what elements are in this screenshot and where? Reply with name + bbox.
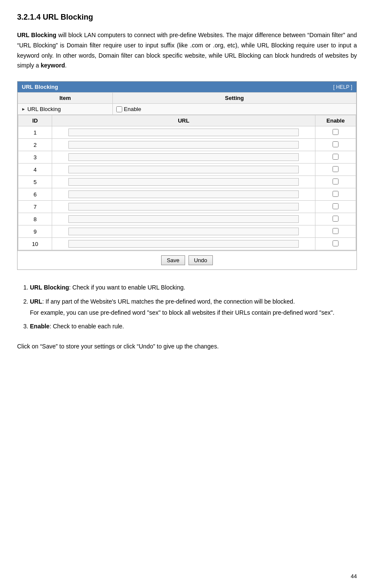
row-enable-cell xyxy=(315,188,356,201)
url-blocking-label-text: URL Blocking xyxy=(27,106,61,112)
row-enable-cell xyxy=(315,139,356,151)
row-id-cell: 8 xyxy=(18,213,52,225)
enable-checkbox-1[interactable] xyxy=(333,129,339,135)
row-id-cell: 4 xyxy=(18,164,52,176)
table-row: 5 xyxy=(18,176,356,188)
row-id-cell: 1 xyxy=(18,126,52,139)
note-item-1: URL Blocking: Check if you want to enabl… xyxy=(30,283,357,292)
url-input-4[interactable] xyxy=(68,166,299,173)
url-input-3[interactable] xyxy=(68,153,299,161)
table-row: 6 xyxy=(18,188,356,201)
help-link[interactable]: [ HELP ] xyxy=(333,84,352,90)
row-enable-cell xyxy=(315,176,356,188)
row-id-cell: 2 xyxy=(18,139,52,151)
save-button[interactable]: Save xyxy=(161,255,185,265)
enable-checkbox-5[interactable] xyxy=(333,178,339,184)
notes-list: URL Blocking: Check if you want to enabl… xyxy=(30,283,357,331)
row-url-cell xyxy=(52,139,315,151)
url-input-7[interactable] xyxy=(68,203,299,211)
row-id-cell: 9 xyxy=(18,225,52,238)
button-row: Save Undo xyxy=(18,251,356,269)
url-blocking-bold: URL Blocking xyxy=(17,32,56,38)
note-3-label: Enable xyxy=(30,323,50,330)
note-item-3: Enable: Check to enable each rule. xyxy=(30,322,357,331)
row-url-cell xyxy=(52,151,315,164)
row-url-cell xyxy=(52,201,315,213)
panel-title: URL Blocking xyxy=(22,84,58,90)
url-input-2[interactable] xyxy=(68,141,299,149)
url-input-5[interactable] xyxy=(68,178,299,186)
url-blocking-enable-label: Enable xyxy=(124,106,141,112)
sub-col-url: URL xyxy=(52,115,315,126)
table-row: 10 xyxy=(18,238,356,250)
sub-table-cell: ID URL Enable 12345678910 xyxy=(18,115,356,251)
note-3-text: : Check to enable each rule. xyxy=(50,323,124,330)
url-input-1[interactable] xyxy=(68,129,299,136)
table-row: 1 xyxy=(18,126,356,139)
row-id-cell: 3 xyxy=(18,151,52,164)
page-title: 3.2.1.4 URL Blocking xyxy=(17,13,357,22)
table-row: 9 xyxy=(18,225,356,238)
row-url-cell xyxy=(52,238,315,250)
undo-button[interactable]: Undo xyxy=(188,255,213,265)
row-enable-cell xyxy=(315,126,356,139)
col-header-setting: Setting xyxy=(112,93,356,104)
panel-header: URL Blocking [ HELP ] xyxy=(18,82,356,92)
row-id-cell: 6 xyxy=(18,188,52,201)
row-enable-cell xyxy=(315,225,356,238)
enable-checkbox-10[interactable] xyxy=(333,240,339,246)
row-id-cell: 10 xyxy=(18,238,52,250)
table-row: 8 xyxy=(18,213,356,225)
row-url-cell xyxy=(52,164,315,176)
sub-table-row: ID URL Enable 12345678910 xyxy=(18,115,356,251)
row-id-cell: 5 xyxy=(18,176,52,188)
enable-checkbox-7[interactable] xyxy=(333,203,339,209)
row-url-cell xyxy=(52,126,315,139)
note-2-text: : If any part of the Website's URL match… xyxy=(42,298,295,305)
row-url-cell xyxy=(52,213,315,225)
url-blocking-row: ► URL Blocking Enable xyxy=(18,104,356,115)
note-2-extra: For example, you can use pre-defined wor… xyxy=(30,308,357,317)
page-number: 44 xyxy=(351,573,357,579)
enable-checkbox-9[interactable] xyxy=(333,228,339,234)
url-blocking-enable-cell: Enable xyxy=(116,106,353,112)
sub-col-enable: Enable xyxy=(315,115,356,126)
url-input-8[interactable] xyxy=(68,215,299,223)
notes-section: URL Blocking: Check if you want to enabl… xyxy=(17,283,357,331)
row-enable-cell xyxy=(315,151,356,164)
table-row: 7 xyxy=(18,201,356,213)
intro-paragraph: URL Blocking will block LAN computers to… xyxy=(17,30,357,71)
url-blocking-item-label: ► URL Blocking xyxy=(21,106,109,112)
url-blocking-panel: URL Blocking [ HELP ] Item Setting ► URL… xyxy=(17,81,357,270)
keyword-bold: keyword xyxy=(41,62,65,69)
url-input-9[interactable] xyxy=(68,228,299,235)
enable-checkbox-3[interactable] xyxy=(333,154,339,160)
url-blocking-setting-cell: Enable xyxy=(112,104,356,115)
footer-note: Click on “Save” to store your settings o… xyxy=(17,342,357,351)
enable-checkbox-4[interactable] xyxy=(333,166,339,172)
row-url-cell xyxy=(52,188,315,201)
note-2-label: URL xyxy=(30,298,42,305)
table-row: 3 xyxy=(18,151,356,164)
note-1-text: : Check if you want to enable URL Blocki… xyxy=(69,284,186,291)
url-entries-table: ID URL Enable 12345678910 xyxy=(18,115,356,250)
url-input-10[interactable] xyxy=(68,240,299,248)
sub-col-id: ID xyxy=(18,115,52,126)
url-blocking-item-cell: ► URL Blocking xyxy=(18,104,113,115)
table-row: 2 xyxy=(18,139,356,151)
row-enable-cell xyxy=(315,238,356,250)
table-row: 4 xyxy=(18,164,356,176)
enable-checkbox-6[interactable] xyxy=(333,191,339,197)
note-item-2: URL: If any part of the Website's URL ma… xyxy=(30,297,357,318)
enable-checkbox-2[interactable] xyxy=(333,141,339,147)
url-input-6[interactable] xyxy=(68,190,299,198)
row-enable-cell xyxy=(315,164,356,176)
url-blocking-enable-checkbox[interactable] xyxy=(116,106,122,112)
row-enable-cell xyxy=(315,201,356,213)
row-url-cell xyxy=(52,176,315,188)
config-table: Item Setting ► URL Blocking Enable xyxy=(18,92,356,251)
arrow-right-icon: ► xyxy=(21,107,26,111)
row-id-cell: 7 xyxy=(18,201,52,213)
enable-checkbox-8[interactable] xyxy=(333,216,339,222)
note-1-label: URL Blocking xyxy=(30,284,69,291)
